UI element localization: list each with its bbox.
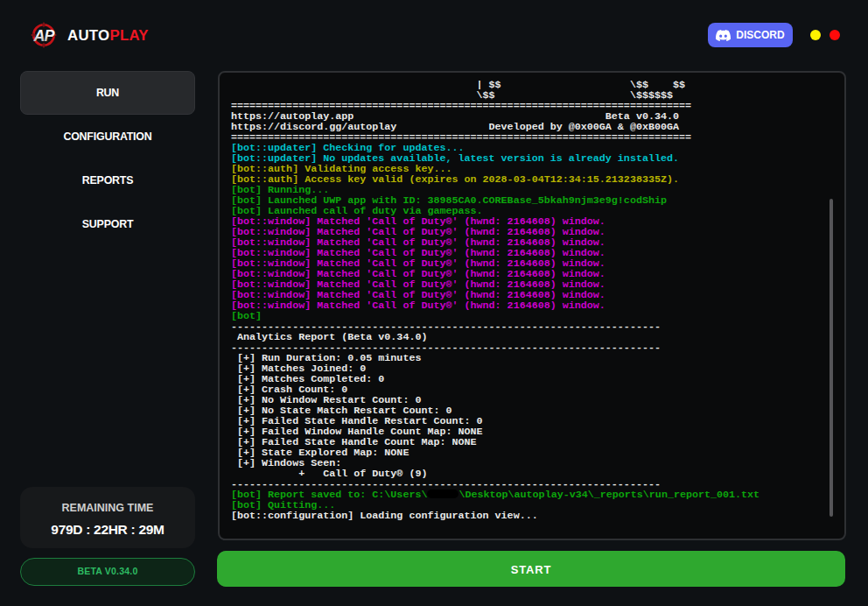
svg-text:AP: AP [32, 27, 55, 45]
